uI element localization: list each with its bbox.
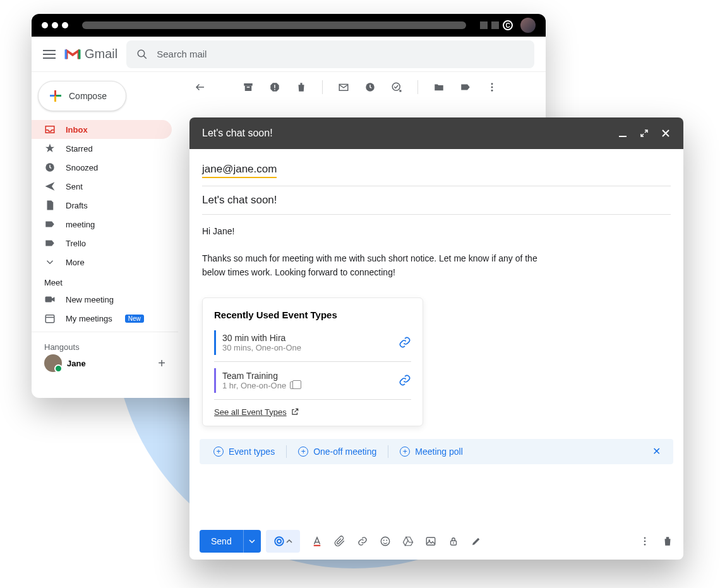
avatar-icon — [44, 354, 62, 372]
sidebar-item-my-meetings[interactable]: My meetings New — [32, 309, 172, 328]
see-all-label: See all Event Types — [214, 407, 287, 417]
chip-event-types[interactable]: +Event types — [207, 444, 281, 459]
image-icon[interactable] — [425, 536, 436, 547]
address-bar[interactable] — [82, 21, 466, 29]
labels-icon[interactable] — [460, 81, 471, 93]
sidebar-item-label: My meetings — [66, 314, 112, 323]
chip-one-off[interactable]: +One-off meeting — [292, 444, 383, 459]
svg-point-22 — [381, 537, 390, 546]
svg-point-19 — [275, 537, 284, 546]
send-label: Send — [200, 536, 243, 546]
plus-circle-icon: + — [400, 447, 410, 457]
format-icon[interactable] — [311, 536, 323, 547]
external-link-icon — [291, 407, 299, 416]
svg-point-16 — [491, 87, 493, 88]
sidebar-item-inbox[interactable]: Inbox — [32, 120, 172, 139]
send-button[interactable]: Send — [200, 530, 261, 553]
sidebar-item-sent[interactable]: Sent — [32, 177, 172, 196]
spam-icon[interactable] — [269, 81, 280, 93]
compose-body[interactable]: Hi Jane! Thanks so much for meeting with… — [189, 215, 683, 290]
more-icon[interactable] — [486, 81, 498, 93]
plus-icon — [50, 90, 61, 102]
attach-icon[interactable] — [334, 536, 345, 547]
calendly-icon — [273, 536, 285, 547]
svg-rect-7 — [245, 86, 252, 91]
pen-icon[interactable] — [471, 536, 482, 547]
svg-point-15 — [491, 83, 493, 85]
body-greeting: Hi Jane! — [202, 225, 671, 239]
sidebar-item-drafts[interactable]: Drafts — [32, 196, 172, 215]
discard-icon[interactable] — [662, 536, 673, 547]
sidebar-item-label: Inbox — [66, 125, 88, 135]
sidebar-item-snoozed[interactable]: Snoozed — [32, 158, 172, 177]
sidebar-item-label: Snoozed — [66, 163, 98, 172]
compose-toolbar: Send — [189, 522, 683, 560]
search-bar[interactable]: Search mail — [126, 40, 534, 68]
to-field[interactable]: jane@jane.com — [202, 155, 671, 186]
compose-window: Let's chat soon! jane@jane.com Let's cha… — [189, 117, 683, 560]
subject-field[interactable]: Let's chat soon! — [202, 186, 671, 214]
snooze-icon[interactable] — [364, 81, 376, 93]
calendly-chip-row: +Event types +One-off meeting +Meeting p… — [200, 439, 673, 464]
sidebar: Compose Inbox Starred Snoozed Sent Draft… — [32, 72, 178, 398]
event-type-row[interactable]: Team Training 1 hr, One-on-One — [214, 368, 411, 393]
archive-icon[interactable] — [243, 81, 254, 93]
search-icon — [136, 49, 148, 60]
hangouts-user[interactable]: Jane + — [32, 354, 178, 372]
close-icon[interactable] — [661, 128, 671, 138]
sidebar-item-meeting[interactable]: meeting — [32, 215, 172, 234]
calendly-button[interactable] — [266, 530, 300, 553]
send-dropdown-icon[interactable] — [243, 530, 261, 553]
extension-icon[interactable]: C — [503, 20, 513, 30]
sidebar-item-label: Sent — [66, 182, 83, 191]
svg-rect-8 — [247, 87, 250, 88]
chevron-up-icon — [286, 538, 292, 544]
sidebar-item-trello[interactable]: Trello — [32, 234, 172, 253]
svg-point-23 — [383, 539, 385, 541]
file-icon — [44, 200, 56, 211]
sidebar-item-label: meeting — [66, 220, 95, 229]
compose-label: Compose — [69, 91, 107, 101]
minimize-icon[interactable] — [618, 128, 628, 138]
see-all-link[interactable]: See all Event Types — [214, 407, 411, 417]
lock-icon[interactable] — [448, 536, 459, 547]
chevron-down-icon — [44, 256, 56, 268]
svg-point-29 — [644, 540, 646, 542]
sidebar-item-label: Drafts — [66, 201, 88, 210]
svg-rect-4 — [45, 315, 54, 323]
browser-titlebar: C — [32, 14, 546, 37]
svg-rect-25 — [426, 537, 435, 545]
svg-rect-3 — [45, 297, 52, 303]
label-icon — [44, 237, 56, 249]
task-icon[interactable] — [391, 81, 402, 93]
emoji-icon[interactable] — [380, 536, 391, 547]
hangouts-header: Hangouts — [32, 336, 178, 354]
sidebar-item-new-meeting[interactable]: New meeting — [32, 290, 172, 309]
svg-rect-10 — [274, 85, 275, 88]
more-icon[interactable] — [639, 536, 651, 547]
drive-icon[interactable] — [402, 536, 414, 547]
profile-avatar[interactable] — [520, 18, 536, 33]
expand-icon[interactable] — [639, 128, 649, 138]
plus-icon[interactable]: + — [158, 356, 165, 371]
sidebar-item-starred[interactable]: Starred — [32, 139, 172, 158]
delete-icon[interactable] — [296, 81, 307, 93]
compose-header[interactable]: Let's chat soon! — [189, 117, 683, 149]
sidebar-item-more[interactable]: More — [32, 253, 172, 272]
sidebar-item-label: New meeting — [66, 295, 114, 304]
copy-icon[interactable] — [290, 381, 297, 389]
copy-link-icon[interactable] — [399, 374, 411, 387]
hamburger-icon[interactable] — [43, 54, 56, 55]
event-type-row[interactable]: 30 min with Hira 30 mins, One-on-One — [214, 330, 411, 355]
link-icon[interactable] — [357, 536, 368, 547]
search-placeholder: Search mail — [157, 49, 207, 59]
move-icon[interactable] — [433, 81, 445, 93]
compose-button[interactable]: Compose — [38, 81, 126, 111]
calendly-card: Recently Used Event Types 30 min with Hi… — [202, 297, 423, 426]
chip-meeting-poll[interactable]: +Meeting poll — [393, 444, 469, 459]
mark-unread-icon[interactable] — [338, 81, 349, 93]
back-icon[interactable] — [195, 81, 206, 93]
close-icon[interactable]: ✕ — [647, 445, 666, 457]
copy-link-icon[interactable] — [399, 336, 411, 349]
gmail-logo: Gmail — [64, 47, 117, 61]
